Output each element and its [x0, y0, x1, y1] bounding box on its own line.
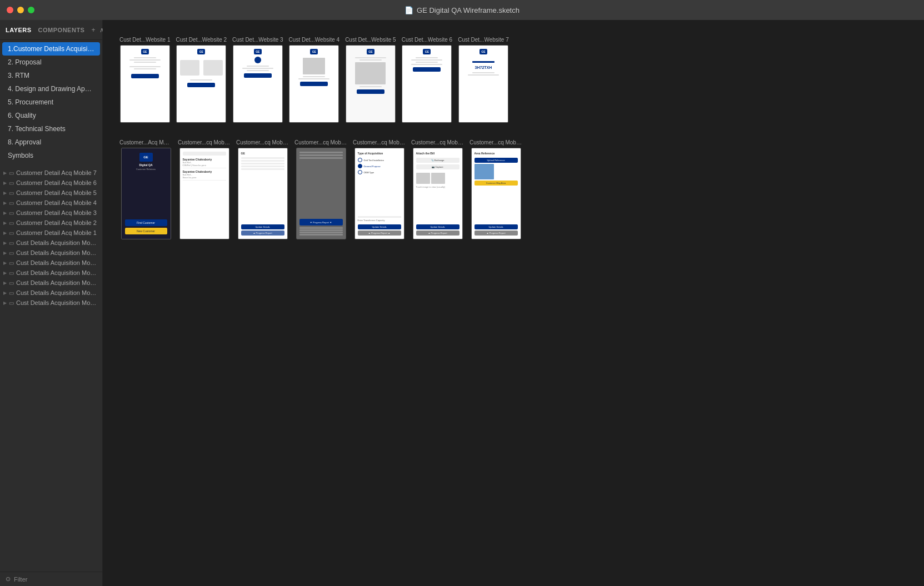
artwork-mobile-5[interactable]: Customer...cq Mobile 5 Type of Acquisiti… [353, 139, 406, 239]
artwork-thumbnail: GE 3H72TXH [458, 45, 508, 123]
layer-item[interactable]: ▶ ▭ Cust Details Acquisition Mobi... [0, 238, 102, 248]
sidebar-item-symbols[interactable]: Symbols [2, 149, 100, 162]
mobile-screens-section: Customer...Acq Mobile 1 GE Digital QA Cu… [119, 139, 907, 239]
arrow-icon: ▶ [3, 251, 7, 256]
artwork-thumbnail: GE Digital QA Customer Relations Find Cu… [121, 148, 171, 239]
artwork-thumbnail: GE [120, 45, 170, 123]
sidebar-item-design-drawing[interactable]: 4. Design and Drawing Approval [2, 82, 100, 96]
artwork-thumbnail: Type of Acquisition Grid Tied Installati… [354, 148, 404, 239]
tab-components[interactable]: COMPONENTS [38, 27, 85, 33]
traffic-lights [7, 7, 34, 13]
artwork-thumbnail: Sayantee Chakraborty Sub Ref... CIN/Ref … [179, 148, 229, 239]
artwork-thumbnail: GE [346, 45, 396, 123]
artboard-icon: ▭ [9, 210, 14, 216]
artwork-website-7[interactable]: Cust Det...Website 7 GE 3H72TXH [458, 37, 509, 123]
arrow-icon: ▶ [3, 271, 7, 276]
tab-layers[interactable]: LAYERS [6, 27, 32, 33]
artwork-mobile-6[interactable]: Customer...cq Mobile 6 Attach the Bill 📎… [411, 139, 464, 239]
sidebar-item-customer-details[interactable]: 1.Customer Details Acquisition [2, 42, 100, 56]
artwork-label: Customer...cq Mobile 6 [411, 139, 464, 146]
window-title: 📄 GE Digital QA Wireframe.sketch [404, 6, 520, 14]
filter-icon: ⊙ [6, 575, 11, 583]
close-button[interactable] [7, 7, 13, 13]
sidebar-item-proposal[interactable]: 2. Proposal [2, 56, 100, 69]
layer-item[interactable]: ▶ ▭ Cust Details Acquisition Mobi... [0, 298, 102, 308]
layer-item[interactable]: ▶ ▭ Cust Details Acquisition Mobi... [0, 258, 102, 268]
artwork-label: Cust Det...Website 2 [176, 37, 227, 43]
arrow-icon: ▶ [3, 231, 7, 236]
layer-item[interactable]: ▶ ▭ Cust Details Acquisition Mobi... [0, 268, 102, 278]
artwork-thumbnail: GE [176, 45, 226, 123]
layer-item[interactable]: ▶ ▭ Cust Details Acquisition Mobi... [0, 278, 102, 288]
artwork-label: Customer...cq Mobile 7 [470, 139, 522, 146]
fullscreen-button[interactable] [28, 7, 34, 13]
layer-item[interactable]: ▶ ▭ Customer Detail Acq Mobile 4 [0, 198, 102, 208]
artboard-icon: ▭ [9, 170, 14, 176]
arrow-icon: ▶ [3, 221, 7, 226]
arrow-icon: ▶ [3, 300, 7, 305]
layer-item[interactable]: ▶ ▭ Customer Detail Acq Mobile 2 [0, 218, 102, 228]
minimize-button[interactable] [17, 7, 24, 13]
sidebar-item-technical-sheets[interactable]: 7. Technical Sheets [2, 122, 100, 136]
mobile-screens-row: Customer...Acq Mobile 1 GE Digital QA Cu… [119, 139, 907, 239]
artwork-label: Customer...cq Mobile 5 [353, 139, 406, 146]
sidebar-item-approval[interactable]: 8. Approval [2, 136, 100, 149]
artwork-website-2[interactable]: Cust Det...Website 2 GE [176, 37, 227, 123]
arrow-icon: ▶ [3, 261, 7, 266]
artboard-icon: ▭ [9, 230, 14, 236]
arrow-icon: ▶ [3, 291, 7, 295]
layer-item[interactable]: ▶ ▭ Customer Detail Acq Mobile 1 [0, 228, 102, 238]
artwork-label: Customer...cq Mobile 2 [178, 139, 231, 146]
artwork-label: Customer...Acq Mobile 1 [119, 139, 172, 146]
artwork-label: Cust Det...Website 6 [402, 37, 453, 43]
artwork-label: Cust Det...Website 1 [119, 37, 171, 43]
artboard-icon: ▭ [9, 260, 14, 266]
layer-item[interactable]: ▶ ▭ Customer Detail Acq Mobile 5 [0, 188, 102, 198]
artboard-icon: ▭ [9, 250, 14, 256]
artwork-mobile-1[interactable]: Customer...Acq Mobile 1 GE Digital QA Cu… [119, 139, 172, 239]
sidebar-footer: ⊙ Filter [0, 572, 102, 586]
artboard-icon: ▭ [9, 300, 14, 306]
layer-item[interactable]: ▶ ▭ Cust Details Acquisition Mobi... [0, 288, 102, 298]
layer-item[interactable]: ▶ ▭ Cust Details Acquisition Mobi... [0, 248, 102, 258]
artboard-icon: ▭ [9, 240, 14, 246]
artwork-thumbnail: GE [402, 45, 452, 123]
website-screens-section: Cust Det...Website 1 GE [119, 37, 907, 123]
sidebar: LAYERS COMPONENTS + ∧ 1.Customer Details… [0, 20, 103, 586]
arrow-icon: ▶ [3, 191, 7, 196]
artwork-label: Customer...cq Mobile 3 [236, 139, 289, 146]
artwork-website-5[interactable]: Cust Det...Website 5 GE [345, 37, 396, 123]
artboard-icon: ▭ [9, 270, 14, 276]
artboard-icon: ▭ [9, 280, 14, 286]
arrow-icon: ▶ [3, 211, 7, 216]
arrow-icon: ▶ [3, 181, 7, 186]
artwork-thumbnail: GE Update Details ▲ Progress Report [238, 148, 288, 239]
sidebar-item-rtm[interactable]: 3. RTM [2, 69, 100, 82]
artwork-mobile-2[interactable]: Customer...cq Mobile 2 Sayantee Chakrabo… [178, 139, 231, 239]
artwork-mobile-7[interactable]: Customer...cq Mobile 7 Area Reference Up… [470, 139, 522, 239]
layer-item[interactable]: ▶ ▭ Customer Detail Acq Mobile 3 [0, 208, 102, 218]
artwork-thumbnail: GE [233, 45, 283, 123]
artwork-thumbnail: Area Reference Upload Reference Customer… [471, 148, 521, 239]
add-icon[interactable]: + [91, 26, 95, 34]
sidebar-item-procurement[interactable]: 5. Procurement [2, 96, 100, 109]
artwork-website-1[interactable]: Cust Det...Website 1 GE [119, 37, 171, 123]
layer-item[interactable]: ▶ ▭ Customer Detail Acq Mobile 6 [0, 178, 102, 188]
artwork-website-3[interactable]: Cust Det...Website 3 GE [232, 37, 283, 123]
artwork-mobile-3[interactable]: Customer...cq Mobile 3 GE Update [236, 139, 289, 239]
sidebar-item-quality[interactable]: 6. Quality [2, 109, 100, 122]
artboard-icon: ▭ [9, 200, 14, 206]
title-bar: 📄 GE Digital QA Wireframe.sketch [0, 0, 924, 20]
arrow-icon: ▶ [3, 281, 7, 286]
artwork-website-6[interactable]: Cust Det...Website 6 GE [402, 37, 453, 123]
artwork-mobile-4[interactable]: Customer...cq Mobile 4 ▼ Progress Report… [294, 139, 347, 239]
artwork-thumbnail: ▼ Progress Report ▼ [296, 148, 346, 239]
layer-item[interactable]: ▶ ▭ Customer Detail Acq Mobile 7 [0, 168, 102, 178]
canvas[interactable]: Cust Det...Website 1 GE [103, 20, 924, 586]
artwork-label: Cust Det...Website 3 [232, 37, 283, 43]
artwork-label: Customer...cq Mobile 4 [294, 139, 347, 146]
artwork-label: Cust Det...Website 7 [458, 37, 509, 43]
arrow-icon: ▶ [3, 171, 7, 176]
artwork-website-4[interactable]: Cust Det...Website 4 GE [289, 37, 340, 123]
file-icon: 📄 [404, 6, 413, 14]
